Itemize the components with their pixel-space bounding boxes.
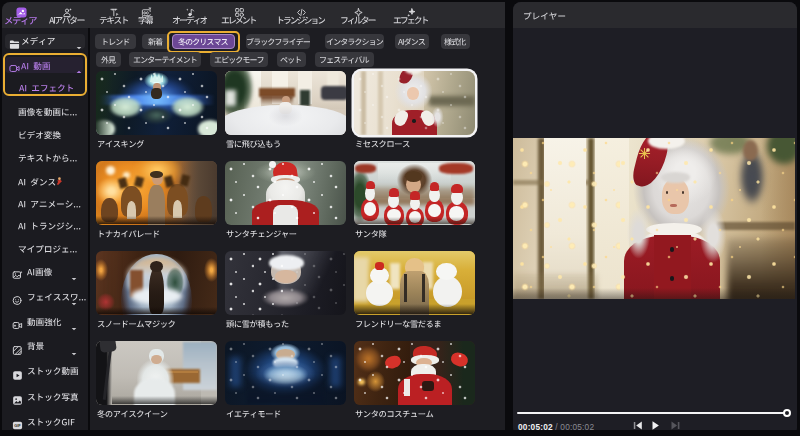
svg-text:GIF: GIF	[14, 423, 21, 428]
